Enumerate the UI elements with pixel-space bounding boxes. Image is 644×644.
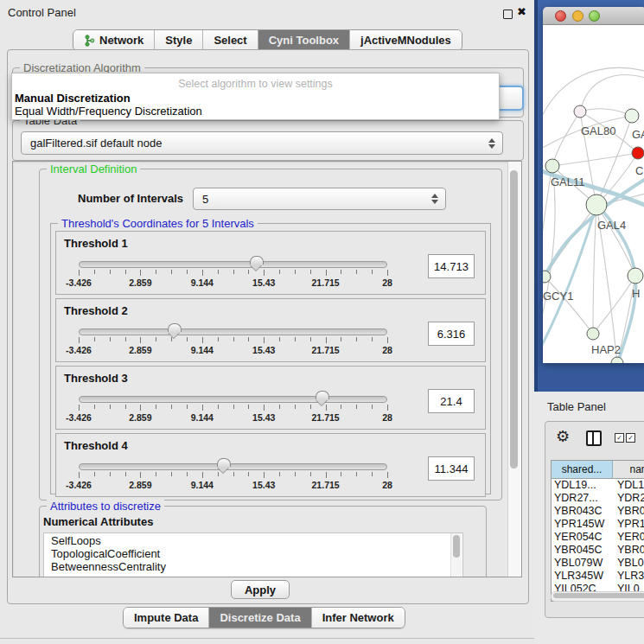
cell[interactable]: YBR0 <box>612 505 644 518</box>
group-title: Threshold's Coordinates for 5 Intervals <box>58 217 258 230</box>
cell[interactable]: YLR345W <box>552 570 612 583</box>
list-item[interactable]: TopologicalCoefficient <box>44 546 462 559</box>
number-of-intervals-label: Number of Intervals <box>78 192 183 205</box>
cell[interactable]: YBR045C <box>552 544 612 557</box>
node-gal4[interactable] <box>586 194 607 215</box>
node-partial-top-right[interactable] <box>625 109 639 123</box>
cell[interactable]: YDR27... <box>552 492 612 505</box>
checkbox-icon[interactable]: ✓ <box>626 433 635 443</box>
tab-label: jActiveMNodules <box>360 34 451 47</box>
column-header-name[interactable]: name <box>613 461 644 478</box>
threshold-3-slider[interactable]: -3.426 2.859 9.144 15.43 21.715 28 <box>79 392 387 427</box>
threshold-label: Threshold 3 <box>64 372 128 385</box>
cell[interactable]: YER0 <box>612 531 644 544</box>
node-h[interactable] <box>628 268 643 284</box>
node-hap2[interactable] <box>587 328 599 340</box>
node-label: HAP2 <box>591 343 621 356</box>
cell[interactable]: YBR043C <box>552 505 612 518</box>
tab-discretize-data[interactable]: Discretize Data <box>209 608 311 628</box>
scale-label: -3.426 <box>66 345 92 355</box>
table-panel-title: Table Panel <box>547 400 606 413</box>
tab-label: Style <box>165 34 192 47</box>
gear-icon[interactable]: ⚙ <box>556 429 570 444</box>
node-gcy1[interactable] <box>543 271 551 283</box>
table-row[interactable]: YLR345WYLR3 <box>552 570 644 583</box>
cell[interactable]: YLR3 <box>612 570 644 583</box>
table-row[interactable]: YBR045CYBR0 <box>552 544 644 557</box>
slider-ticks <box>79 270 387 277</box>
table-row[interactable]: YDR27...YDR2 <box>552 492 644 505</box>
table-row[interactable]: YER054CYER0 <box>552 531 644 544</box>
tab-label: Impute Data <box>134 611 198 624</box>
cell[interactable]: YDL1 <box>612 479 644 492</box>
threshold-4-value-field[interactable]: 11.344 <box>428 456 475 481</box>
apply-button[interactable]: Apply <box>231 580 290 599</box>
number-of-intervals-combobox[interactable]: 5 <box>193 188 446 210</box>
table-row[interactable]: YPR145WYPR1 <box>552 518 644 531</box>
slider-thumb[interactable] <box>168 323 182 332</box>
node-bottom-partial[interactable] <box>611 357 623 363</box>
tab-jactivemnodules[interactable]: jActiveMNodules <box>350 30 462 50</box>
slider-thumb[interactable] <box>217 458 231 467</box>
threshold-3-value-field[interactable]: 21.4 <box>428 389 475 413</box>
tab-select[interactable]: Select <box>203 30 258 50</box>
list-scrollbar[interactable] <box>450 533 462 577</box>
node-gal80[interactable] <box>574 105 586 118</box>
dropdown-option-equal-width-frequency[interactable]: Equal Width/Frequency Discretization <box>15 105 496 118</box>
node-red-selected[interactable] <box>632 147 644 159</box>
split-columns-icon[interactable] <box>586 430 602 446</box>
column-header-shared-name[interactable]: shared... <box>552 461 613 478</box>
threshold-4-panel: Threshold 4 -3.426 2.859 9.144 15.43 21.… <box>55 433 486 497</box>
cell[interactable]: YBR0 <box>612 544 644 557</box>
cell[interactable]: YDL19... <box>552 479 612 492</box>
cell[interactable]: YDR2 <box>612 492 644 505</box>
tab-impute-data[interactable]: Impute Data <box>124 608 209 628</box>
slider-track[interactable] <box>79 328 387 335</box>
table-header-row: shared... name <box>552 461 644 479</box>
settings-vertical-scrollbar[interactable] <box>507 162 521 577</box>
zoom-window-icon[interactable] <box>589 10 600 22</box>
cell[interactable]: YER054C <box>552 531 612 544</box>
checkbox-icon[interactable]: ✓ <box>615 433 624 443</box>
threshold-2-value-field[interactable]: 6.316 <box>428 322 475 346</box>
desktop-background: GAL80 GA C GAL11 GAL4 GCY1 H HAP2 <box>534 0 644 392</box>
table-horizontal-scrollbar[interactable] <box>551 591 644 602</box>
threshold-1-slider[interactable]: -3.426 2.859 9.144 15.43 21.715 28 <box>79 258 387 292</box>
cell[interactable]: YPR145W <box>552 518 612 531</box>
threshold-2-slider[interactable]: -3.426 2.859 9.144 15.43 21.715 28 <box>79 325 387 360</box>
float-window-icon[interactable] <box>503 10 513 19</box>
table-row[interactable]: YBR043CYBR0 <box>552 505 644 518</box>
cell[interactable]: YBL0 <box>612 557 644 570</box>
slider-track[interactable] <box>79 463 387 470</box>
tab-infer-network[interactable]: Infer Network <box>312 608 405 628</box>
dropdown-option-manual-discretization[interactable]: Manual Discretization <box>15 92 496 105</box>
control-panel-window: Control Panel ✖ Network Style Select Cyn… <box>0 0 534 644</box>
table-data-combobox[interactable]: galFiltered.sif default node <box>21 131 503 155</box>
tab-network[interactable]: Network <box>73 30 155 50</box>
tab-label: Cyni Toolbox <box>269 34 339 47</box>
threshold-4-slider[interactable]: -3.426 2.859 9.144 15.43 21.715 28 <box>79 460 387 494</box>
table-row[interactable]: YBL079WYBL0 <box>552 557 644 570</box>
close-icon[interactable]: ✖ <box>517 5 526 18</box>
slider-thumb[interactable] <box>316 391 329 399</box>
tab-label: Network <box>99 34 143 47</box>
slider-track[interactable] <box>79 396 387 403</box>
node-label: GA <box>632 128 644 141</box>
minimize-window-icon[interactable] <box>572 10 583 22</box>
cell[interactable]: YBL079W <box>552 557 612 570</box>
node-gal11[interactable] <box>545 159 559 173</box>
window-bottom-border <box>0 638 534 639</box>
tab-style[interactable]: Style <box>155 30 203 50</box>
list-item[interactable]: SelfLoops <box>44 533 462 546</box>
table-row[interactable]: YDL19...YDL1 <box>552 479 644 492</box>
threshold-1-value-field[interactable]: 14.713 <box>428 254 475 278</box>
slider-track[interactable] <box>79 261 387 268</box>
numerical-attributes-label: Numerical Attributes <box>43 515 153 528</box>
scale-label: 28 <box>382 345 392 355</box>
cell[interactable]: YPR1 <box>612 518 644 531</box>
list-item[interactable]: BetweennessCentrality <box>44 559 462 572</box>
close-window-icon[interactable] <box>555 10 566 22</box>
network-canvas[interactable]: GAL80 GA C GAL11 GAL4 GCY1 H HAP2 <box>543 25 644 363</box>
slider-thumb[interactable] <box>250 256 264 265</box>
tab-cyni-toolbox[interactable]: Cyni Toolbox <box>258 30 350 50</box>
